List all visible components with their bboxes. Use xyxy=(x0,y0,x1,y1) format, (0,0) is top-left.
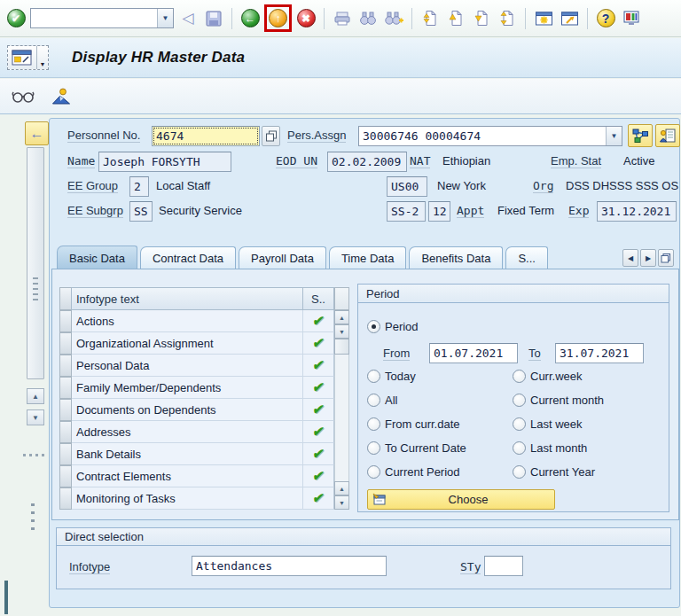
infotype-label[interactable]: Actions xyxy=(72,310,303,332)
command-field[interactable] xyxy=(31,9,157,27)
tab-scroll-right-button[interactable]: ▶ xyxy=(640,249,656,267)
radio-icon[interactable] xyxy=(513,394,526,407)
scroll-up-button[interactable]: ▲ xyxy=(334,310,349,324)
table-row[interactable]: Organizational Assignment✔ xyxy=(59,332,334,355)
radio-current-month[interactable]: Current month xyxy=(513,394,604,407)
find-button[interactable] xyxy=(356,6,380,31)
radio-today[interactable]: Today xyxy=(367,370,416,383)
tab-time-data[interactable]: Time Data xyxy=(329,246,406,269)
radio-current-year[interactable]: Current Year xyxy=(513,465,595,479)
create-shortcut-button[interactable] xyxy=(558,6,581,31)
splitter-grip-vertical[interactable] xyxy=(31,503,35,534)
last-page-button[interactable] xyxy=(496,6,519,31)
radio-last-month[interactable]: Last month xyxy=(513,441,587,455)
ee-group-field[interactable]: 2 xyxy=(129,176,149,197)
scrollbar-thumb[interactable] xyxy=(334,339,349,355)
scroll-down-button[interactable]: ▼ xyxy=(334,324,349,339)
radio-icon[interactable] xyxy=(367,394,380,407)
infotype-label[interactable]: Addresses xyxy=(72,421,303,443)
eod-date-field[interactable]: 02.02.2009 xyxy=(327,152,407,172)
row-selector[interactable] xyxy=(59,487,72,510)
payscale-group-field[interactable]: SS-2 xyxy=(387,201,426,222)
table-row[interactable]: Monitoring of Tasks✔ xyxy=(59,487,334,510)
radio-from-curr-date[interactable]: From curr.date xyxy=(367,417,460,431)
previous-page-button[interactable] xyxy=(444,6,467,31)
exit-button[interactable]: ↑ xyxy=(268,8,288,28)
tab-scroll-left-button[interactable]: ◀ xyxy=(622,249,638,267)
name-field[interactable]: Joseph FORSYTH xyxy=(98,152,231,172)
help-button[interactable]: ? xyxy=(594,6,617,31)
person-data-button[interactable] xyxy=(655,124,680,147)
table-row[interactable]: Family Member/Dependents✔ xyxy=(59,377,334,399)
find-next-button[interactable] xyxy=(382,6,405,31)
pers-assgn-field[interactable] xyxy=(359,127,606,145)
left-scroll-down-button[interactable]: ▼ xyxy=(27,409,44,425)
tab-overflow[interactable]: S... xyxy=(505,246,548,269)
exp-date-field[interactable]: 31.12.2021 xyxy=(597,201,677,222)
table-scrollbar[interactable]: ▲ ▼ ▲ ▼ xyxy=(334,287,349,510)
infotype-label[interactable]: Documents on Dependents xyxy=(72,399,303,421)
personnel-area-field[interactable]: US00 xyxy=(387,176,427,197)
from-date-field[interactable]: 01.07.2021 xyxy=(429,343,518,363)
tab-payroll-data[interactable]: Payroll Data xyxy=(239,246,326,269)
infotype-input[interactable] xyxy=(192,556,387,576)
row-selector[interactable] xyxy=(59,421,72,443)
select-all-cell[interactable] xyxy=(59,287,72,310)
multiple-selection-button[interactable] xyxy=(262,126,280,146)
table-row[interactable]: Personal Data✔ xyxy=(59,355,334,377)
radio-selected-icon[interactable] xyxy=(367,320,380,333)
radio-icon[interactable] xyxy=(513,370,526,383)
personnel-no-field[interactable] xyxy=(152,126,260,146)
radio-icon[interactable] xyxy=(513,465,526,479)
row-selector[interactable] xyxy=(59,310,72,332)
tab-basic-data[interactable]: Basic Data xyxy=(57,246,137,269)
radio-icon[interactable] xyxy=(367,370,380,383)
payscale-level-field[interactable]: 12 xyxy=(428,201,450,222)
row-selector[interactable] xyxy=(59,355,72,377)
first-page-button[interactable] xyxy=(419,6,442,31)
infotype-label[interactable]: Organizational Assignment xyxy=(72,332,303,355)
row-selector[interactable] xyxy=(59,377,72,399)
infotype-label[interactable]: Contract Elements xyxy=(72,465,303,487)
row-selector[interactable] xyxy=(59,332,72,355)
ee-subgrp-field[interactable]: SS xyxy=(129,201,153,222)
radio-icon[interactable] xyxy=(513,417,526,431)
back-button[interactable]: ← xyxy=(239,6,262,31)
row-selector[interactable] xyxy=(59,443,72,465)
print-button[interactable] xyxy=(331,6,354,31)
splitter-grip-horizontal[interactable] xyxy=(23,454,48,456)
scroll-down-button-bottom[interactable]: ▼ xyxy=(334,495,349,510)
tab-benefits-data[interactable]: Benefits Data xyxy=(409,246,503,269)
radio-to-current-date[interactable]: To Current Date xyxy=(367,441,466,455)
row-selector[interactable] xyxy=(59,465,72,487)
table-row[interactable]: Actions✔ xyxy=(59,310,334,332)
tab-contract-data[interactable]: Contract Data xyxy=(140,246,236,269)
left-scroll-up-button[interactable]: ▲ xyxy=(27,388,44,404)
table-row[interactable]: Contract Elements✔ xyxy=(59,465,334,487)
scroll-up-button-bottom[interactable]: ▲ xyxy=(334,481,349,495)
radio-last-week[interactable]: Last week xyxy=(513,417,583,431)
scrollbar-track[interactable] xyxy=(334,355,349,481)
infotype-label[interactable]: Bank Details xyxy=(72,443,303,465)
col-header-status[interactable]: S.. xyxy=(303,287,334,310)
chevron-down-icon[interactable]: ▼ xyxy=(36,46,48,69)
left-scrollbar-thumb[interactable] xyxy=(27,147,44,379)
choose-button[interactable]: Choose xyxy=(367,489,555,510)
col-header-infotype-text[interactable]: Infotype text xyxy=(72,287,303,310)
pers-assgn-combo[interactable]: ▼ xyxy=(358,126,622,146)
radio-curr-week[interactable]: Curr.week xyxy=(513,370,583,383)
org-structure-button[interactable] xyxy=(628,124,653,147)
to-date-field[interactable]: 31.07.2021 xyxy=(555,343,644,363)
infotype-label[interactable]: Personal Data xyxy=(72,355,303,377)
hide-command-field-button[interactable]: ◁ xyxy=(176,6,200,31)
cancel-button[interactable]: ✖ xyxy=(294,6,317,31)
row-selector[interactable] xyxy=(59,399,72,421)
save-button[interactable] xyxy=(202,6,225,31)
command-combo[interactable]: ▼ xyxy=(30,8,174,28)
new-session-button[interactable] xyxy=(532,6,555,31)
radio-all[interactable]: All xyxy=(367,394,397,407)
transaction-menu-button[interactable]: ▼ xyxy=(7,45,49,70)
chevron-down-icon[interactable]: ▼ xyxy=(157,9,173,27)
customize-layout-button[interactable] xyxy=(620,6,643,31)
infotype-label[interactable]: Monitoring of Tasks xyxy=(72,487,303,510)
